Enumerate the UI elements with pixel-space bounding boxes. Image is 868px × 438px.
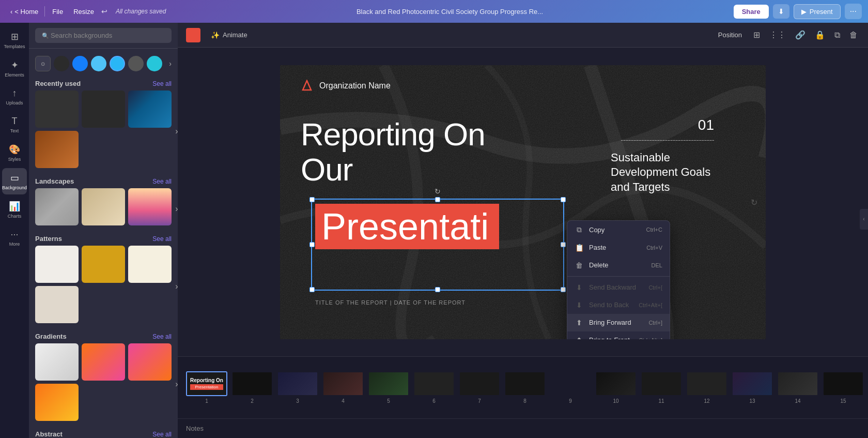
recently-used-thumb-2[interactable] [82,90,125,128]
notes-button[interactable]: Notes [186,425,204,432]
recently-used-arrow[interactable]: › [172,90,178,172]
recently-used-thumb-3[interactable] [128,90,172,128]
search-input[interactable] [35,28,172,43]
abstract-see-all[interactable]: See all [152,431,172,438]
pattern-thumb-2[interactable] [82,246,125,283]
background-label: Background [2,185,27,190]
context-bring-forward[interactable]: ⬆ Bring Forward Ctrl+] [567,314,670,331]
link-icon-btn[interactable]: 🔗 [793,28,808,42]
color-gray[interactable] [128,56,144,71]
slide-thumb-13[interactable]: 13 [732,371,773,404]
toolbar-right-actions: Position ⊞ ⋮⋮ 🔗 🔒 ⧉ 🗑 [714,28,860,42]
gradient-thumb-4[interactable] [35,384,79,421]
color-black[interactable] [54,56,69,71]
recently-used-see-all[interactable]: See all [152,80,172,87]
pattern-thumb-4[interactable] [35,286,79,323]
sidebar-item-more[interactable]: ··· More [2,225,27,251]
sidebar-item-background[interactable]: ▭ Background [2,168,27,194]
sidebar-item-styles[interactable]: 🎨 Styles [2,140,27,166]
slide-thumb-10[interactable]: 10 [595,371,637,404]
gradient-thumb-3[interactable] [128,343,172,381]
pattern-thumb-1[interactable] [35,246,79,283]
slide-thumb-num-9: 9 [569,398,572,404]
copy-icon-btn[interactable]: ⧉ [832,28,842,42]
resize-menu[interactable]: Resize [68,6,99,18]
top-navigation: ‹ < Home File Resize ↩ All changes saved… [0,0,868,23]
slide-thumb-img-14 [777,371,818,396]
color-blue[interactable] [72,56,88,71]
pattern-thumb-3[interactable] [128,246,172,283]
all-colors-filter[interactable]: ⊙ [35,56,51,71]
grid-icon-btn[interactable]: ⋮⋮ [767,28,788,42]
slide-thumb-7[interactable]: 7 [459,371,500,404]
position-button[interactable]: Position [714,29,746,41]
slide-thumb-4[interactable]: 4 [322,371,364,404]
slide-canvas[interactable]: Organization Name Reporting On Our [280,65,766,339]
slide-thumb-8[interactable]: 8 [504,371,546,404]
sidebar-item-uploads[interactable]: ↑ Uploads [2,84,27,110]
more-icon: ··· [10,229,18,240]
gradients-see-all[interactable]: See all [152,333,172,340]
recently-used-thumb-1[interactable] [35,90,79,128]
context-paste[interactable]: 📋 Paste Ctrl+V [567,239,670,256]
sidebar-item-charts[interactable]: 📊 Charts [2,197,27,223]
context-bring-to-front[interactable]: ⬆ Bring to Front Ctrl+Alt+] [567,331,670,339]
color-cyan[interactable] [110,56,125,71]
share-button[interactable]: Share [734,5,769,19]
slide-thumb-9[interactable]: 9 [550,371,591,404]
gradient-thumb-2[interactable] [82,343,125,381]
patterns-arrow[interactable]: › [172,246,178,327]
slide-thumb-num-1: 1 [205,398,208,404]
slide-thumb-2[interactable]: 2 [231,371,273,404]
slide-heading-area: Reporting On Our [301,117,485,187]
slide-thumb-12[interactable]: 12 [686,371,727,404]
color-teal[interactable] [147,56,162,71]
slide-thumb-5[interactable]: 5 [368,371,409,404]
presentation-text-box[interactable]: Presentati [315,204,499,249]
sidebar-item-elements[interactable]: ✦ Elements [2,55,27,82]
refresh-button[interactable]: ↻ [751,197,757,207]
animate-button[interactable]: ✨ Animate [207,29,252,41]
sidebar-item-templates[interactable]: ⊞ Templates [2,27,27,53]
landscape-thumb-3[interactable] [128,188,172,225]
more-options-button[interactable]: ··· [845,4,862,19]
patterns-see-all[interactable]: See all [152,235,172,243]
slide-thumb-1[interactable]: Reporting On Presentation 1 [186,371,227,404]
slide-thumb-num-11: 11 [658,398,664,404]
send-to-back-label: Send to Back [589,301,633,309]
context-copy[interactable]: ⧉ Copy Ctrl+C [567,221,670,239]
background-icon: ▭ [10,172,19,184]
home-button[interactable]: ‹ < Home [6,6,42,18]
gradients-arrow[interactable]: › [172,343,178,425]
slide-thumb-num-8: 8 [523,398,526,404]
home-label: < Home [14,8,38,16]
slide-thumb-img-9 [550,371,591,396]
svg-rect-1 [280,65,766,339]
landscape-thumb-1[interactable] [35,188,79,225]
sidebar-item-text[interactable]: T Text [2,112,27,138]
slide-thumb-11[interactable]: 11 [641,371,682,404]
slide-thumb-3[interactable]: 3 [277,371,318,404]
patterns-title: Patterns [35,235,62,243]
slide-thumb-num-13: 13 [749,398,755,404]
landscapes-see-all[interactable]: See all [152,178,172,185]
undo-button[interactable]: ↩ [99,5,110,18]
delete-icon-btn[interactable]: 🗑 [847,28,860,42]
slide-thumb-15[interactable]: 15 [823,371,864,404]
slide-thumb-6[interactable]: 6 [413,371,455,404]
gradient-thumb-1[interactable] [35,343,79,381]
color-light-blue[interactable] [91,56,106,71]
download-button[interactable]: ⬇ [773,4,789,19]
slide-thumb-14[interactable]: 14 [777,371,818,404]
landscape-thumb-2[interactable] [82,188,125,225]
color-swatch[interactable] [186,28,200,42]
context-delete[interactable]: 🗑 Delete DEL [567,256,670,274]
recently-used-thumb-4[interactable] [35,131,79,168]
lock-icon-btn[interactable]: 🔒 [813,28,827,42]
landscapes-arrow[interactable]: › [172,188,178,230]
present-button[interactable]: ▶ Present [794,4,841,19]
align-icon-btn[interactable]: ⊞ [751,28,762,42]
file-menu[interactable]: File [47,6,68,18]
color-chevron-button[interactable]: › [169,59,172,68]
delete-ctx-label: Delete [589,261,646,269]
